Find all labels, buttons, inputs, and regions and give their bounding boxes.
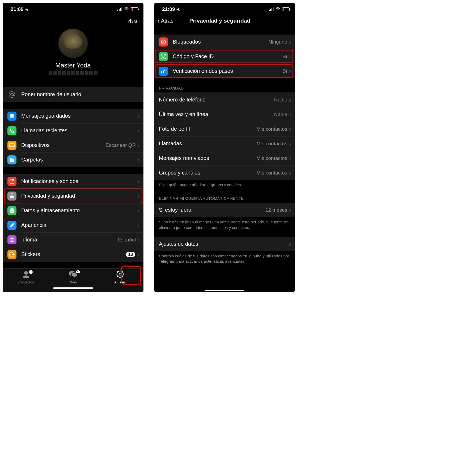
chevron-right-icon: ›	[137, 251, 140, 258]
chevron-right-icon: ›	[289, 96, 291, 103]
row-data-settings[interactable]: Ajustes de datos ›	[154, 237, 295, 251]
tab-label: Ajustes	[114, 280, 126, 284]
location-icon: ➤	[24, 6, 30, 12]
row-recent-calls[interactable]: Llamadas recientes ›	[3, 123, 143, 138]
lock-icon	[7, 192, 16, 201]
key-icon	[159, 67, 168, 76]
section-footer-privacy: Elige quién puede añadirte a grupos y ca…	[154, 180, 295, 189]
row-groups[interactable]: Grupos y canales Mis contactos ›	[154, 165, 295, 180]
row-language[interactable]: Idioma Español ›	[3, 232, 143, 247]
row-label: Ajustes de datos	[159, 241, 289, 247]
status-bar: 21:09 ➤	[154, 3, 295, 15]
faceid-icon	[159, 52, 168, 61]
wifi-icon	[275, 7, 281, 12]
svg-point-0	[11, 93, 13, 96]
row-label: Mensajes reenviados	[159, 155, 256, 161]
row-saved-messages[interactable]: Mensajes guardados ›	[3, 109, 143, 123]
row-username[interactable]: Poner nombre de usuario	[3, 87, 143, 102]
tab-bar: ! Contactos 1 Chats Ajustes	[3, 268, 143, 285]
location-icon: ➤	[175, 6, 181, 12]
sticker-icon	[7, 250, 16, 259]
row-label: Código y Face ID	[173, 53, 282, 60]
devices-icon	[7, 141, 16, 150]
section-header-delete: Eliminar mi cuenta automáticamente	[154, 189, 295, 203]
row-label: Foto de perfil	[159, 126, 256, 132]
chevron-right-icon: ›	[137, 207, 140, 214]
row-detail: Nadie	[274, 112, 287, 117]
row-passcode-faceid[interactable]: Código y Face ID Sí ›	[154, 49, 295, 64]
row-label: Verificación en dos pasos	[173, 68, 282, 74]
privacy-screen: 21:09 ➤ ‹ Atrás Privacidad y seguridad B…	[154, 3, 295, 292]
row-label: Apariencia	[21, 222, 137, 228]
chevron-right-icon: ›	[289, 53, 291, 60]
row-data-storage[interactable]: Datos y almacenamiento ›	[3, 203, 143, 218]
svg-line-25	[162, 41, 165, 43]
at-icon	[7, 90, 16, 99]
row-detail: Sí	[282, 54, 287, 60]
row-privacy-security[interactable]: Privacidad y seguridad ›	[3, 189, 143, 203]
row-devices[interactable]: Dispositivos Escanear QR ›	[3, 138, 143, 152]
svg-point-27	[164, 56, 164, 56]
tab-contacts[interactable]: ! Contactos	[3, 270, 50, 284]
row-calls[interactable]: Llamadas Mis contactos ›	[154, 136, 295, 151]
chevron-right-icon: ›	[137, 193, 140, 199]
row-stickers[interactable]: Stickers 13 ›	[3, 247, 143, 262]
row-label: Mensajes guardados	[21, 113, 137, 119]
svg-point-15	[119, 273, 121, 275]
tab-label: Contactos	[18, 280, 34, 284]
row-forwarded[interactable]: Mensajes reenviados Mis contactos ›	[154, 151, 295, 165]
row-label: Stickers	[21, 251, 126, 257]
row-label: Si estoy fuera	[159, 207, 265, 213]
row-detail: Mis contactos	[256, 141, 287, 147]
row-label: Grupos y canales	[159, 170, 256, 176]
chevron-right-icon: ›	[289, 140, 291, 147]
chevron-right-icon: ›	[289, 126, 291, 133]
row-if-away[interactable]: Si estoy fuera 12 meses ›	[154, 203, 295, 217]
row-phone-number[interactable]: Número de teléfono Nadie ›	[154, 92, 295, 107]
avatar[interactable]	[58, 29, 88, 58]
row-detail: Nadie	[274, 97, 287, 103]
row-label: Número de teléfono	[159, 97, 274, 103]
row-profile-photo[interactable]: Foto de perfil Mis contactos ›	[154, 122, 295, 136]
chevron-right-icon: ›	[289, 68, 291, 75]
status-time: 21:09	[162, 6, 175, 12]
battery-icon	[131, 7, 138, 11]
globe-icon	[7, 235, 16, 244]
row-detail: 12 meses	[265, 207, 287, 213]
svg-rect-1	[10, 143, 14, 147]
row-two-step[interactable]: Verificación en dos pasos Sí ›	[154, 64, 295, 78]
chevron-right-icon: ›	[137, 222, 140, 229]
status-time: 21:09	[11, 6, 24, 12]
chevron-right-icon: ›	[289, 111, 291, 118]
tab-chats[interactable]: 1 Chats	[50, 270, 97, 284]
row-folders[interactable]: Carpetas ›	[3, 152, 143, 167]
notification-icon	[7, 177, 16, 186]
row-label: Idioma	[21, 237, 118, 243]
edit-button[interactable]: Изм.	[127, 18, 139, 24]
folder-icon	[7, 155, 16, 164]
person-icon	[3, 270, 50, 279]
svg-point-26	[162, 56, 163, 56]
row-blocked[interactable]: Bloqueados Ninguno ›	[154, 35, 295, 49]
row-last-seen[interactable]: Última vez y en línea Nadie ›	[154, 107, 295, 122]
database-icon	[7, 206, 16, 215]
brush-icon	[7, 221, 16, 230]
section-header-privacy: Privacidad	[154, 78, 295, 92]
block-icon	[159, 37, 168, 46]
profile-header: Master Yoda	[3, 28, 143, 80]
svg-point-28	[162, 71, 164, 73]
chevron-right-icon: ›	[289, 39, 291, 45]
row-detail: Español	[118, 237, 136, 243]
signal-icon	[269, 7, 274, 11]
nav-header: Изм.	[3, 15, 143, 28]
row-notifications[interactable]: Notificaciones y sonidos ›	[3, 174, 143, 189]
row-appearance[interactable]: Apariencia ›	[3, 218, 143, 232]
chevron-right-icon: ›	[137, 113, 140, 120]
row-detail: Mis contactos	[256, 155, 287, 161]
chat-icon	[50, 270, 97, 279]
chevron-right-icon: ›	[289, 207, 291, 214]
settings-screen: 21:09 ➤ Изм. Master Yoda Pon	[3, 3, 143, 292]
chevron-right-icon: ›	[289, 169, 291, 176]
tab-settings[interactable]: Ajustes	[96, 270, 143, 284]
section-footer-data: Controla cuáles de tus datos son almacen…	[154, 251, 295, 265]
